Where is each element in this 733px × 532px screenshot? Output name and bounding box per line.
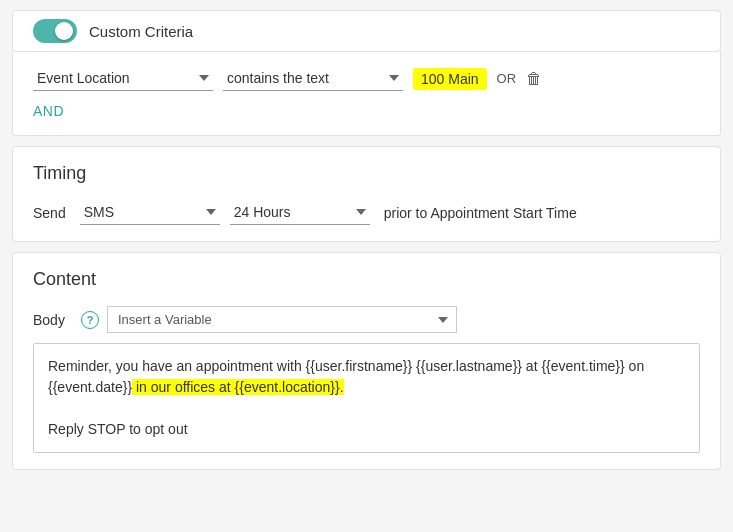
content-section: Content Body ? Insert a Variable Reminde…: [12, 252, 721, 470]
delete-icon[interactable]: 🗑: [526, 70, 542, 88]
criteria-section: Event Location contains the text 100 Mai…: [12, 52, 721, 136]
prior-text: prior to Appointment Start Time: [384, 205, 577, 221]
help-icon[interactable]: ?: [81, 311, 99, 329]
event-location-select[interactable]: Event Location: [33, 66, 213, 91]
body-row: Body ? Insert a Variable: [33, 306, 700, 333]
timing-row: Send SMS 24 Hours prior to Appointment S…: [33, 200, 700, 225]
body-label: Body: [33, 312, 73, 328]
criteria-value: 100 Main: [413, 68, 487, 90]
and-button[interactable]: AND: [33, 103, 64, 119]
condition-select[interactable]: contains the text: [223, 66, 403, 91]
message-body[interactable]: Reminder, you have an appointment with {…: [33, 343, 700, 453]
reply-text: Reply STOP to opt out: [48, 421, 188, 437]
custom-criteria-title: Custom Criteria: [89, 23, 193, 40]
hours-select[interactable]: 24 Hours: [230, 200, 370, 225]
sms-select[interactable]: SMS: [80, 200, 220, 225]
insert-variable-select[interactable]: Insert a Variable: [107, 306, 457, 333]
send-label: Send: [33, 205, 66, 221]
message-highlight: in our offices at {{event.location}}.: [132, 379, 343, 395]
timing-title: Timing: [33, 163, 700, 184]
or-label: OR: [497, 71, 517, 86]
timing-section: Timing Send SMS 24 Hours prior to Appoin…: [12, 146, 721, 242]
criteria-row: Event Location contains the text 100 Mai…: [33, 66, 700, 91]
custom-criteria-toggle[interactable]: [33, 19, 77, 43]
content-title: Content: [33, 269, 700, 290]
custom-criteria-header: Custom Criteria: [12, 10, 721, 52]
